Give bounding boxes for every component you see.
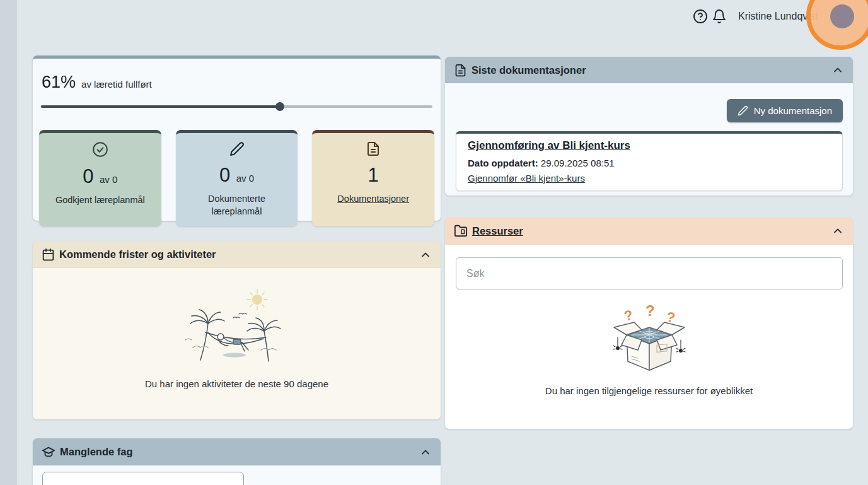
documentations-link[interactable]: Dokumentasjoner (312, 192, 434, 205)
graduation-cap-icon (42, 445, 55, 459)
progress-label: av læretid fullført (81, 79, 152, 90)
help-icon[interactable] (693, 9, 708, 24)
chevron-up-icon[interactable] (831, 225, 844, 237)
documentation-date: Dato oppdatert: 29.09.2025 08:51 (468, 158, 831, 168)
progress-fill (41, 105, 280, 108)
pencil-icon (738, 105, 748, 116)
documentations-title: Siste dokumentasjoner (472, 64, 586, 76)
stat-value: 0 (83, 165, 93, 187)
resources-search-input[interactable] (456, 257, 843, 289)
documentations-body: Ny dokumentasjon Gjennomføring av Bli kj… (445, 83, 853, 196)
new-documentation-label: Ny dokumentasjon (754, 105, 832, 116)
calendar-icon (42, 248, 55, 261)
activities-title: Kommende frister og aktiviteter (59, 248, 216, 260)
progress-thumb[interactable] (275, 102, 284, 111)
document-icon (312, 141, 434, 156)
missing-subjects-panel: Manglende fag (33, 438, 441, 485)
missing-subjects-select[interactable] (42, 472, 244, 485)
pencil-icon (176, 141, 298, 156)
progress-summary-card: 61% av læretid fullført 0 av 0 Godkjent … (33, 56, 441, 221)
svg-text:?: ? (645, 302, 655, 319)
chevron-up-icon[interactable] (419, 248, 432, 261)
svg-text:?: ? (622, 307, 634, 324)
activities-empty-message: Du har ingen aktiviteter de neste 90 dag… (33, 378, 441, 389)
documentation-title-link[interactable]: Gjennomføring av Bli kjent-kurs (468, 139, 630, 151)
documentation-date-value: 29.09.2025 08:51 (538, 158, 615, 168)
chevron-up-icon[interactable] (831, 64, 844, 76)
stat-card-documented-goals: 0 av 0 Dokumenterte læreplanmål (176, 130, 298, 226)
stat-suffix: av 0 (236, 173, 254, 184)
resources-panel: Ressurser ? ? ? (445, 217, 853, 429)
documentation-course-link[interactable]: Gjennomfør «Bli kjent»-kurs (468, 173, 585, 184)
progress-percent: 61% (42, 73, 76, 92)
activities-panel-header[interactable]: Kommende frister og aktiviteter (33, 241, 441, 268)
document-icon (454, 64, 467, 77)
resources-body: ? ? ? (445, 245, 853, 429)
chevron-up-icon[interactable] (419, 446, 432, 459)
documentations-header[interactable]: Siste dokumentasjoner (445, 57, 853, 83)
stat-value: 1 (368, 164, 379, 186)
activities-panel-body: Du har ingen aktiviteter de neste 90 dag… (33, 268, 441, 419)
stat-card-documentations: 1 Dokumentasjoner (312, 130, 434, 226)
documentation-card: Gjennomføring av Bli kjent-kurs Dato opp… (456, 131, 843, 191)
missing-subjects-header[interactable]: Manglende fag (33, 438, 441, 465)
check-circle-icon (39, 141, 161, 158)
avatar[interactable] (830, 4, 854, 28)
folder-document-icon (454, 224, 468, 238)
collapsed-sidebar[interactable] (0, 0, 17, 485)
notifications-bell-icon[interactable] (712, 8, 727, 25)
beach-hammock-illustration (180, 284, 294, 368)
missing-subjects-title: Manglende fag (60, 446, 133, 458)
stat-card-approved-goals: 0 av 0 Godkjent læreplanmål (39, 130, 161, 226)
stat-label: Godkjent læreplanmål (39, 194, 161, 206)
resources-header[interactable]: Ressurser (445, 217, 853, 245)
stat-suffix: av 0 (100, 174, 117, 185)
documentations-panel: Siste dokumentasjoner Ny dokumentasjon G… (445, 57, 853, 196)
stat-label: Dokumenterte læreplanmål (176, 192, 298, 218)
progress-slider[interactable] (41, 102, 432, 111)
resources-title-link[interactable]: Ressurser (472, 225, 523, 237)
activities-panel: Kommende frister og aktiviteter (33, 241, 441, 419)
missing-subjects-body (33, 465, 441, 485)
stat-value: 0 (219, 164, 230, 186)
new-documentation-button[interactable]: Ny dokumentasjon (727, 99, 843, 122)
empty-box-illustration: ? ? ? (599, 298, 700, 380)
resources-empty-message: Du har ingen tilgjengelige ressurser for… (445, 385, 853, 396)
documentation-date-label: Dato oppdatert: (468, 158, 538, 168)
